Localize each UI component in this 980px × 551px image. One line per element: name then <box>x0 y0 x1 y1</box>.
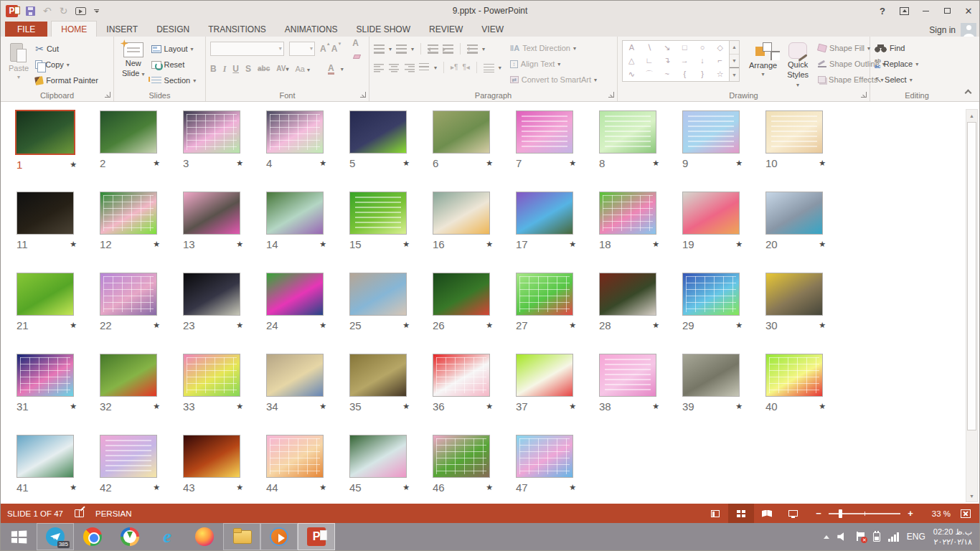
line-spacing-icon[interactable] <box>467 44 478 54</box>
shape-gallery-item-icon[interactable]: ∟ <box>641 55 659 68</box>
decrease-font-size-button[interactable]: A▼ <box>331 44 338 54</box>
slide-thumbnail[interactable] <box>17 354 74 397</box>
right-to-left-icon[interactable]: ¶◂ <box>462 64 469 71</box>
slide-thumbnail[interactable] <box>17 273 74 316</box>
undo-icon[interactable]: ↶ <box>43 6 52 16</box>
text-direction-button[interactable]: ‖A Text Direction ▾ <box>510 41 597 55</box>
slideshow-view-button[interactable] <box>780 504 806 523</box>
redo-icon[interactable]: ↻ <box>60 6 68 16</box>
align-center-icon[interactable] <box>389 63 400 72</box>
slide-thumbnail[interactable] <box>100 110 157 154</box>
shape-gallery-item-icon[interactable]: ☆ <box>711 67 729 81</box>
slide-thumbnail[interactable] <box>682 273 740 316</box>
slide-thumbnail[interactable] <box>17 435 74 478</box>
slide-thumbnail[interactable] <box>266 273 324 316</box>
collapse-ribbon-icon[interactable] <box>965 90 972 97</box>
tab-slide-show[interactable]: SLIDE SHOW <box>347 22 420 37</box>
save-icon[interactable] <box>26 6 35 16</box>
tab-animations[interactable]: ANIMATIONS <box>275 22 347 37</box>
slide-thumbnail[interactable] <box>599 354 656 397</box>
new-slide-button[interactable]: New Slide ▾ <box>118 40 149 90</box>
increase-indent-icon[interactable] <box>443 44 453 54</box>
slide-thumbnail[interactable] <box>183 192 240 235</box>
slide-thumbnail[interactable] <box>100 273 157 316</box>
minimize-button[interactable] <box>915 1 936 21</box>
slide-thumbnail[interactable] <box>100 435 157 478</box>
slide-thumbnail[interactable] <box>516 192 573 235</box>
slide-sorter-view-button[interactable] <box>728 504 754 523</box>
decrease-indent-icon[interactable] <box>428 44 438 54</box>
slide-thumbnail[interactable] <box>516 354 573 397</box>
taskbar-telegram[interactable]: 385 <box>37 523 74 550</box>
font-color-button[interactable]: A <box>328 64 334 75</box>
network-signal-icon[interactable] <box>888 532 899 542</box>
slide-thumbnail[interactable] <box>266 435 324 478</box>
slide-thumbnail[interactable] <box>266 110 324 154</box>
taskbar-media-player[interactable] <box>260 523 298 550</box>
layout-button[interactable]: Layout ▾ <box>151 42 197 56</box>
justify-icon[interactable] <box>419 63 430 72</box>
shapes-more-icon[interactable]: ▼ <box>730 67 739 81</box>
find-button[interactable]: Find <box>875 41 918 55</box>
shape-gallery-item-icon[interactable]: △ <box>623 55 641 68</box>
shape-gallery-item-icon[interactable]: A <box>623 41 641 55</box>
sign-in[interactable]: Sign in <box>929 23 976 37</box>
character-spacing-button[interactable]: AV▾ <box>276 65 288 72</box>
slide-thumbnail[interactable] <box>516 273 573 316</box>
numbering-icon[interactable] <box>396 44 407 54</box>
slide-thumbnail[interactable] <box>599 192 656 235</box>
restore-button[interactable] <box>936 1 958 21</box>
quick-styles-button[interactable]: Quick Styles ▾ <box>783 40 812 90</box>
slide-thumbnail[interactable] <box>433 110 490 154</box>
shape-gallery-item-icon[interactable]: { <box>676 67 694 81</box>
slide-thumbnail[interactable] <box>516 110 573 154</box>
slide-thumbnail[interactable] <box>349 354 407 397</box>
align-right-icon[interactable] <box>404 63 415 72</box>
ribbon-display-options-button[interactable] <box>893 1 915 21</box>
slide-thumbnail[interactable] <box>682 192 740 235</box>
zoom-percentage[interactable]: 33 % <box>919 509 951 518</box>
clipboard-dialog-launcher[interactable] <box>105 92 110 98</box>
scroll-down-button[interactable]: ▼ <box>966 490 977 501</box>
powerpoint-app-icon[interactable]: P <box>6 5 18 17</box>
zoom-slider-thumb[interactable] <box>839 509 842 518</box>
slide-thumbnail[interactable] <box>183 273 240 316</box>
shape-gallery-item-icon[interactable]: ○ <box>694 41 712 55</box>
hidden-icons-chevron[interactable] <box>824 535 829 539</box>
tab-home[interactable]: HOME <box>51 21 97 37</box>
arrange-button[interactable]: Arrange ▾ <box>745 40 781 90</box>
start-from-beginning-icon[interactable] <box>75 7 86 15</box>
font-dialog-launcher[interactable] <box>360 92 366 98</box>
text-shadow-button[interactable]: S <box>245 65 251 73</box>
shape-gallery-item-icon[interactable]: → <box>676 55 694 68</box>
slide-thumbnail[interactable] <box>765 192 823 235</box>
close-button[interactable]: ✕ <box>958 1 979 21</box>
underline-button[interactable]: U <box>232 65 239 73</box>
change-case-button[interactable]: Aa ▾ <box>295 65 310 73</box>
normal-view-button[interactable] <box>702 504 728 523</box>
reading-view-button[interactable] <box>754 504 780 523</box>
scroll-up-button[interactable]: ▲ <box>966 110 977 121</box>
shape-gallery-item-icon[interactable]: ∿ <box>623 67 641 81</box>
shape-gallery-item-icon[interactable]: ⌐ <box>711 55 729 68</box>
align-left-icon[interactable] <box>374 63 385 72</box>
shapes-gallery-scrollbar[interactable]: ▲ ▼ ▼ <box>730 40 740 82</box>
slide-thumbnail[interactable] <box>765 354 823 397</box>
tab-file[interactable]: FILE <box>5 22 47 37</box>
slide-thumbnail[interactable] <box>100 192 157 235</box>
slide-thumbnail[interactable] <box>433 273 490 316</box>
italic-button[interactable]: I <box>223 65 227 73</box>
shape-gallery-item-icon[interactable]: □ <box>676 41 694 55</box>
scrollbar-thumb[interactable] <box>967 122 976 430</box>
strikethrough-button[interactable]: abc <box>258 65 270 72</box>
slide-thumbnail[interactable] <box>349 435 407 478</box>
tab-transitions[interactable]: TRANSITIONS <box>199 22 275 37</box>
bullets-icon[interactable] <box>374 44 385 54</box>
taskbar-powerpoint[interactable]: P <box>298 523 335 550</box>
shape-gallery-item-icon[interactable]: } <box>694 67 712 81</box>
shapes-scroll-down-icon[interactable]: ▼ <box>730 55 739 68</box>
font-name-combobox[interactable]: ▾ <box>210 42 284 56</box>
copy-button[interactable]: Copy ▾ <box>35 57 98 72</box>
shape-gallery-item-icon[interactable]: ↴ <box>658 55 676 68</box>
slide-thumbnail[interactable] <box>516 435 573 478</box>
